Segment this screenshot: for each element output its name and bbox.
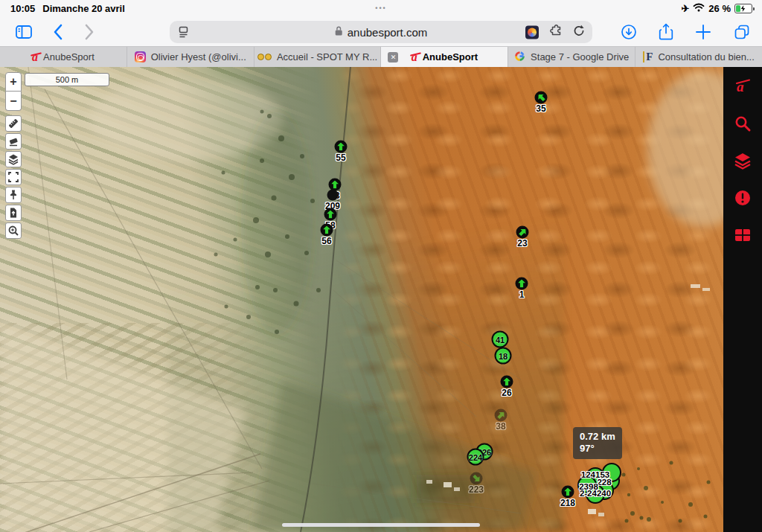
tab-spot-my[interactable]: Accueil - SPOT MY R... [254, 47, 382, 67]
battery-percent: 26 % [708, 3, 731, 14]
extension-app-icon[interactable] [525, 25, 539, 39]
fullscreen-icon[interactable] [5, 169, 22, 185]
page-format-icon[interactable] [177, 25, 190, 39]
cluster-label: 228 [597, 478, 611, 487]
tab-instagram[interactable]: Olivier Hyest (@olivi... [127, 47, 254, 67]
tab-label: AnubeSport [423, 51, 478, 63]
tooltip-bearing: 97° [580, 443, 615, 455]
anubesport-favicon: a [32, 51, 38, 63]
direction-arrow-icon [536, 92, 547, 103]
tab-label: Olivier Hyest (@olivi... [151, 51, 246, 63]
direction-arrow-icon [496, 410, 507, 421]
new-tab-icon[interactable] [695, 24, 711, 40]
app-sidebar: a [723, 67, 762, 532]
layers-icon[interactable] [734, 152, 752, 170]
instagram-favicon [135, 51, 146, 63]
share-icon[interactable] [659, 23, 673, 41]
direction-arrow-icon [471, 473, 482, 484]
direction-arrow-icon [517, 227, 528, 238]
tabs-icon[interactable] [734, 24, 750, 40]
direction-arrow-icon [503, 378, 510, 386]
tooltip-distance: 0.72 km [580, 431, 615, 443]
sidebar-toggle-icon[interactable] [16, 25, 32, 39]
anubesport-favicon: a [412, 51, 417, 63]
status-time: 10:05 [10, 3, 35, 14]
f-favicon: F [643, 51, 653, 63]
zoom-out-button[interactable]: − [5, 92, 22, 111]
direction-arrow-icon [331, 181, 339, 189]
wifi-icon [693, 3, 705, 14]
alert-icon[interactable] [734, 189, 752, 207]
close-tab-icon[interactable]: ✕ [388, 52, 398, 63]
ruler-icon[interactable] [5, 115, 22, 132]
direction-arrow-icon [337, 143, 345, 151]
url-text[interactable]: anubesport.com [348, 26, 428, 39]
cluster-label: 2-24240 [580, 489, 611, 498]
map-canvas[interactable]: 500 m + − 0.72 km 97° 355533209585623141 [0, 67, 762, 532]
layers-icon[interactable] [5, 151, 22, 167]
direction-arrow-icon [518, 280, 525, 288]
status-date: Dimanche 20 avril [42, 3, 125, 14]
airplane-mode-icon: ✈ [681, 4, 689, 13]
direction-arrow-icon [564, 488, 572, 496]
tab-label: AnubeSport [43, 51, 95, 63]
marker-label: 218 [560, 498, 575, 508]
marker-label: 38 [496, 421, 505, 432]
anubesport-logo[interactable]: a [734, 77, 752, 95]
status-bar: 10:05 Dimanche 20 avril ••• ✈ 26 % [0, 0, 762, 18]
measure-tooltip: 0.72 km 97° [573, 427, 622, 459]
zoom-search-icon[interactable] [5, 222, 22, 239]
tab-anubesport-1[interactable]: a AnubeSport [0, 47, 127, 67]
marker-label: 1 [519, 289, 525, 300]
marker-label: 223 [469, 484, 484, 495]
reload-icon[interactable] [572, 24, 586, 40]
map-terrain-details [0, 67, 762, 532]
browser-chrome: 10:05 Dimanche 20 avril ••• ✈ 26 % [0, 0, 762, 46]
marker-label: 26 [502, 388, 511, 398]
tab-anubesport-active[interactable]: ✕ a AnubeSport [381, 47, 508, 67]
address-bar[interactable]: anubesport.com [170, 21, 592, 43]
direction-arrow-icon [323, 226, 330, 234]
zoom-controls: + − [5, 72, 22, 111]
lock-icon [335, 25, 343, 39]
marker-label: 56 [321, 236, 331, 246]
back-icon[interactable] [53, 24, 63, 40]
tab-label: Accueil - SPOT MY R... [277, 51, 377, 63]
map-tools [5, 115, 22, 239]
tab-consultation[interactable]: F Consultation du bien... [635, 47, 762, 67]
home-indicator[interactable] [282, 523, 480, 527]
scale-label: 500 m [56, 75, 79, 84]
download-icon[interactable] [621, 24, 637, 40]
pin-icon[interactable] [5, 187, 22, 203]
search-icon[interactable] [734, 115, 752, 132]
battery-icon [734, 4, 755, 13]
tab-strip: a AnubeSport Olivier Hyest (@olivi... Ac… [0, 46, 762, 67]
table-icon[interactable] [734, 226, 752, 244]
forward-icon[interactable] [84, 24, 95, 40]
map-scale: 500 m [25, 73, 109, 86]
spot-favicon [257, 54, 272, 60]
extensions-puzzle-icon[interactable] [548, 24, 563, 41]
marker-label: 55 [336, 153, 345, 163]
google-favicon [514, 51, 525, 64]
file-upload-icon[interactable] [5, 205, 22, 221]
eraser-icon[interactable] [5, 133, 22, 150]
tab-label: Stage 7 - Google Drive [531, 51, 629, 63]
marker-label: 35 [536, 103, 545, 114]
direction-arrow-icon [327, 211, 334, 219]
status-more-dots[interactable]: ••• [375, 4, 386, 12]
zoom-in-button[interactable]: + [5, 72, 22, 92]
marker-label: 23 [517, 238, 527, 249]
safari-toolbar: anubesport.com [0, 18, 762, 46]
tab-google-drive[interactable]: Stage 7 - Google Drive [508, 47, 635, 67]
tab-label: Consultation du bien... [658, 51, 754, 63]
